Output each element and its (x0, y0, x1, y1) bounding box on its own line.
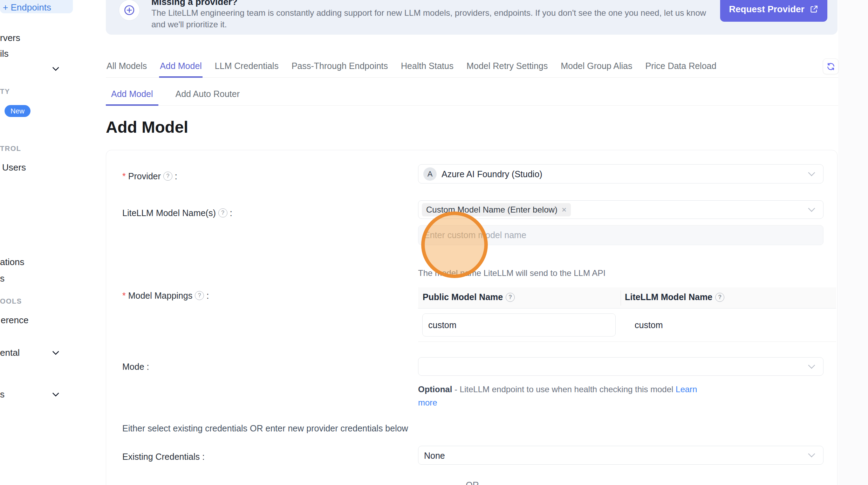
chevron-down-icon[interactable] (52, 348, 59, 355)
help-circle-icon[interactable]: ? (506, 293, 515, 302)
chevron-down-icon (808, 450, 815, 457)
add-model-subtabs: Add Model Add Auto Router (106, 84, 838, 106)
page-title: Add Model (106, 118, 188, 137)
litellm-model-name-value: custom (635, 320, 663, 330)
existing-credentials-label-text: Existing Credentials (122, 452, 200, 462)
tab-model-group-alias[interactable]: Model Group Alias (560, 53, 633, 78)
mode-helper-rest: - LiteLLM endpoint to use when health ch… (452, 384, 676, 394)
column-header-public-model-name: Public Model Name ? (423, 292, 515, 302)
help-circle-icon[interactable]: ? (218, 208, 227, 217)
tab-add-model[interactable]: Add Model (159, 53, 203, 78)
custom-model-name-input[interactable] (418, 225, 823, 245)
model-mappings-label: * Model Mappings ? : (122, 290, 209, 302)
table-row: custom (418, 309, 836, 342)
page-gutter (838, 0, 868, 485)
column-header-litellm-model-name: LiteLLM Model Name ? (625, 292, 724, 302)
column-header-label: LiteLLM Model Name (625, 292, 712, 302)
existing-credentials-value: None (424, 451, 445, 461)
sidebar-item-experimental[interactable]: ental (0, 347, 20, 358)
mode-select[interactable] (418, 357, 823, 376)
help-circle-icon[interactable]: ? (195, 291, 204, 300)
provider-selected-value: Azure AI Foundry (Studio) (442, 169, 542, 179)
label-colon: : (175, 171, 177, 181)
close-icon[interactable]: × (562, 205, 567, 215)
tab-label: Price Data Reload (645, 61, 716, 71)
chevron-down-icon[interactable] (52, 390, 59, 397)
existing-credentials-select[interactable]: None (418, 446, 823, 465)
subtab-label: Add Auto Router (176, 89, 240, 99)
refresh-button[interactable] (823, 58, 839, 74)
model-names-multiselect[interactable]: Custom Model Name (Enter below) × (418, 200, 823, 219)
provider-avatar: A (423, 167, 437, 181)
tab-label: All Models (107, 61, 147, 71)
subtab-add-model[interactable]: Add Model (106, 84, 158, 106)
missing-provider-banner: Missing a provider? The LiteLLM engineer… (106, 0, 838, 35)
table-header-row: Public Model Name ? LiteLLM Model Name ? (418, 287, 836, 309)
model-tabs: All Models Add Model LLM Credentials Pas… (106, 53, 838, 78)
chevron-down-icon[interactable] (52, 64, 59, 71)
request-provider-button[interactable]: Request Provider (720, 0, 827, 22)
plus-circle-icon (119, 0, 139, 20)
provider-label-text: Provider (128, 171, 161, 181)
tab-llm-credentials[interactable]: LLM Credentials (214, 53, 279, 78)
model-names-label: LiteLLM Model Name(s) ? : (122, 207, 232, 219)
request-provider-label: Request Provider (729, 4, 804, 15)
help-circle-icon[interactable]: ? (163, 172, 172, 181)
tab-model-retry-settings[interactable]: Model Retry Settings (466, 53, 548, 78)
provider-select[interactable]: A Azure AI Foundry (Studio) (418, 164, 823, 183)
label-colon: : (147, 362, 149, 372)
sidebar-item-guardrails[interactable]: ils (0, 48, 9, 59)
sidebar-item-inference[interactable]: erence (1, 315, 29, 326)
tab-label: Add Model (160, 61, 202, 71)
or-divider: OR (458, 480, 486, 485)
banner-description: The LiteLLM engineering team is constant… (151, 7, 717, 30)
chevron-down-icon (808, 205, 815, 212)
sidebar-section-label: OOLS (0, 297, 22, 305)
label-colon: : (206, 291, 209, 301)
model-mappings-label-text: Model Mappings (128, 291, 192, 301)
column-header-label: Public Model Name (423, 292, 503, 302)
required-marker: * (122, 171, 126, 181)
external-link-icon (809, 5, 819, 14)
tab-label: LLM Credentials (215, 61, 279, 71)
sidebar-item-users[interactable]: Users (2, 162, 26, 173)
sidebar-item-organizations[interactable]: ations (0, 257, 24, 268)
subtab-label: Add Model (111, 89, 153, 99)
tab-label: Pass-Through Endpoints (292, 61, 388, 71)
existing-credentials-label: Existing Credentials : (122, 451, 205, 463)
tab-price-data-reload[interactable]: Price Data Reload (644, 53, 717, 78)
mode-helper-bold: Optional (418, 384, 452, 394)
public-model-name-input[interactable] (422, 313, 616, 337)
tab-label: Health Status (401, 61, 453, 71)
sidebar-section-label: TY (0, 88, 10, 96)
tab-pass-through-endpoints[interactable]: Pass-Through Endpoints (291, 53, 389, 78)
tab-label: Model Group Alias (561, 61, 632, 71)
sidebar: + Endpoints rvers ils TY New TROL Users … (0, 0, 93, 485)
label-colon: : (230, 208, 232, 218)
sidebar-section-label: TROL (0, 145, 21, 153)
model-mappings-table: Public Model Name ? LiteLLM Model Name ?… (418, 287, 836, 342)
subtab-add-auto-router[interactable]: Add Auto Router (170, 84, 245, 106)
sidebar-item-servers[interactable]: rvers (0, 33, 20, 43)
sidebar-item-teams[interactable]: s (0, 273, 5, 284)
sidebar-item-models-endpoints[interactable]: + Endpoints (0, 0, 73, 13)
tab-health-status[interactable]: Health Status (400, 53, 454, 78)
model-name-tag-label: Custom Model Name (Enter below) (426, 205, 558, 215)
tab-label: Model Retry Settings (466, 61, 548, 71)
required-marker: * (122, 291, 126, 301)
add-model-form-card: * Provider ? : A Azure AI Foundry (Studi… (106, 150, 838, 485)
sidebar-item-label: + Endpoints (3, 2, 51, 13)
banner-title: Missing a provider? (151, 0, 238, 7)
chevron-down-icon (808, 169, 815, 176)
provider-label: * Provider ? : (122, 170, 177, 182)
chevron-down-icon (808, 362, 815, 369)
sidebar-item-settings[interactable]: s (0, 389, 5, 400)
tab-all-models[interactable]: All Models (106, 53, 148, 78)
new-badge: New (5, 105, 30, 117)
label-colon: : (202, 452, 205, 462)
refresh-icon (826, 62, 836, 71)
help-circle-icon[interactable]: ? (715, 293, 724, 302)
model-name-tag: Custom Model Name (Enter below) × (422, 203, 571, 216)
credentials-note: Either select existing credentials OR en… (122, 423, 408, 434)
mode-label-text: Mode (122, 362, 144, 372)
